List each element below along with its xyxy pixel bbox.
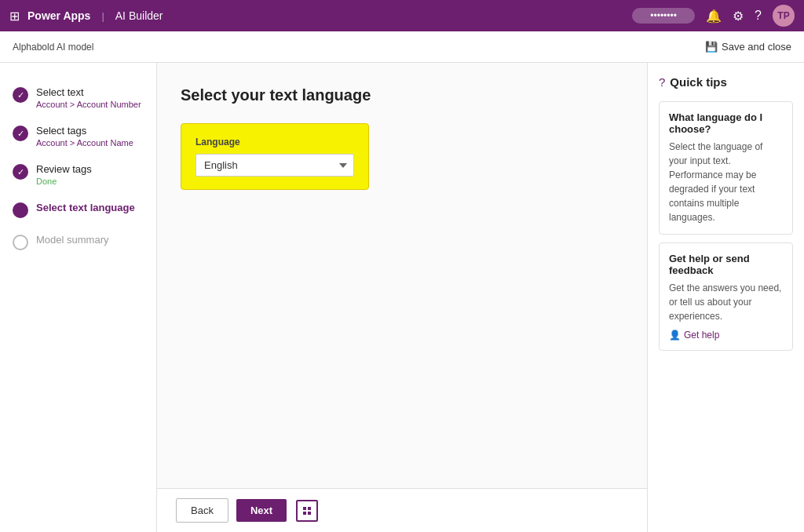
language-label: Language [196, 137, 354, 148]
nav-separator: | [101, 10, 104, 22]
get-help-link[interactable]: 👤 Get help [669, 330, 783, 341]
next-indicator [296, 500, 318, 522]
app-name[interactable]: Power Apps [27, 9, 90, 22]
step-label-5: Model summary [36, 234, 108, 246]
step-circle-1: ✓ [13, 87, 28, 103]
step-label-3: Review tags [36, 163, 92, 175]
qt-card-language-title: What language do I choose? [669, 111, 783, 135]
step-circle-4 [13, 202, 28, 218]
sidebar: ✓ Select text Account > Account Number ✓… [0, 63, 157, 532]
sidebar-item-model-summary[interactable]: Model summary [0, 226, 156, 258]
sidebar-item-select-text[interactable]: ✓ Select text Account > Account Number [0, 78, 156, 117]
qt-card-help: Get help or send feedback Get the answer… [659, 242, 793, 351]
subheader-actions: 💾 Save and close [705, 41, 791, 53]
svg-rect-3 [308, 512, 311, 515]
step-label-1: Select text [36, 86, 141, 98]
settings-icon[interactable]: ⚙ [733, 9, 744, 24]
help-icon[interactable]: ? [755, 9, 762, 23]
qt-card-language: What language do I choose? Select the la… [659, 101, 793, 235]
save-close-label: Save and close [722, 41, 791, 53]
qt-card-language-text: Select the language of your input text. … [669, 140, 783, 224]
subheader: Alphabold AI model 💾 Save and close [0, 31, 804, 63]
save-close-button[interactable]: 💾 Save and close [705, 41, 791, 53]
step-circle-3: ✓ [13, 164, 28, 180]
svg-rect-1 [308, 507, 311, 510]
topnav-right: •••••••• 🔔 ⚙ ? TP [632, 5, 795, 27]
sidebar-item-select-tags[interactable]: ✓ Select tags Account > Account Name [0, 117, 156, 155]
next-button[interactable]: Next [236, 499, 287, 522]
bottom-bar: Back Next [157, 488, 647, 532]
topnav-left: ⊞ Power Apps | AI Builder [9, 9, 163, 24]
svg-rect-0 [303, 507, 306, 510]
step-circle-2: ✓ [13, 126, 28, 141]
save-icon: 💾 [705, 41, 718, 53]
question-icon: ? [659, 75, 665, 89]
help-link-label: Get help [684, 330, 719, 341]
content-area: Select your text language Language Engli… [157, 63, 647, 532]
subheader-left: Alphabold AI model [13, 42, 705, 53]
sidebar-item-review-tags[interactable]: ✓ Review tags Done [0, 155, 156, 194]
step-label-2: Select tags [36, 125, 133, 137]
step-circle-5 [13, 235, 28, 250]
product-name: AI Builder [115, 9, 163, 22]
env-pill[interactable]: •••••••• [632, 8, 695, 24]
page-title: Select your text language [181, 86, 623, 104]
qt-header: ? Quick tips [659, 75, 793, 89]
step-sub-1: Account > Account Number [36, 100, 141, 109]
back-button[interactable]: Back [176, 498, 228, 523]
notification-icon[interactable]: 🔔 [706, 9, 722, 24]
model-name: Alphabold AI model [13, 42, 93, 53]
topnav: ⊞ Power Apps | AI Builder •••••••• 🔔 ⚙ ?… [0, 0, 804, 31]
avatar[interactable]: TP [773, 5, 795, 27]
quick-tips-panel: ? Quick tips What language do I choose? … [647, 63, 804, 532]
qt-card-help-title: Get help or send feedback [669, 253, 783, 276]
language-card: Language English French German Spanish I… [181, 123, 369, 190]
sidebar-item-select-text-language[interactable]: Select text language [0, 194, 156, 226]
step-sub-3: Done [36, 177, 92, 186]
language-select[interactable]: English French German Spanish Italian Po… [196, 154, 354, 177]
svg-rect-2 [303, 512, 306, 515]
qt-title: Quick tips [670, 75, 727, 89]
grid-icon[interactable]: ⊞ [9, 9, 20, 24]
main-layout: ✓ Select text Account > Account Number ✓… [0, 63, 804, 532]
help-link-icon: 👤 [669, 330, 681, 341]
qt-card-help-text: Get the answers you need, or tell us abo… [669, 281, 783, 323]
step-sub-2: Account > Account Name [36, 138, 133, 148]
step-label-4: Select text language [36, 202, 135, 213]
